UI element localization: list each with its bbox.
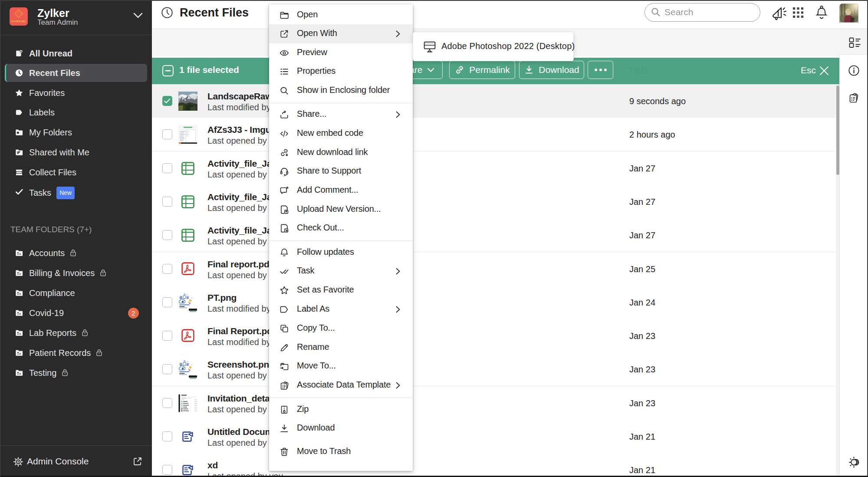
svg-text:ZYLKER INC.: ZYLKER INC. [11,20,26,23]
